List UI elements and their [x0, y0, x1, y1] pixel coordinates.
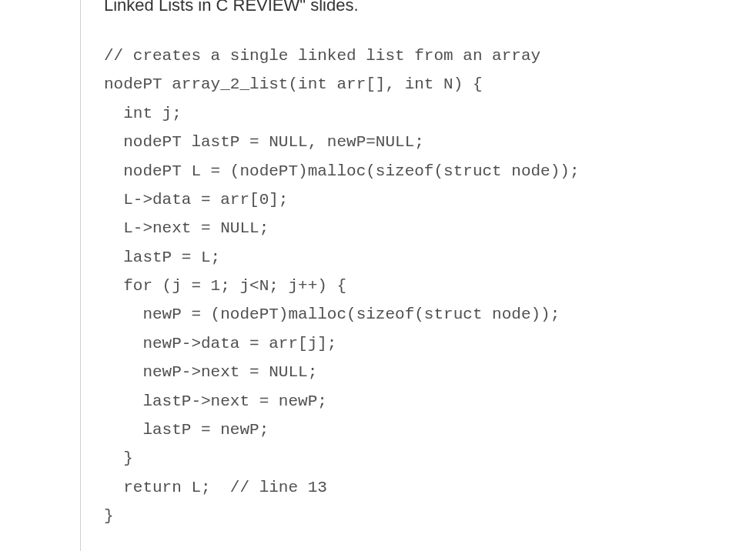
code-line: lastP = L; — [104, 249, 220, 266]
code-line: L->next = NULL; — [104, 219, 269, 237]
code-line: nodePT lastP = NULL, newP=NULL; — [104, 133, 424, 151]
code-line: L->data = arr[0]; — [104, 191, 288, 209]
code-line: lastP = newP; — [104, 421, 269, 439]
left-margin — [0, 0, 81, 551]
code-block: // creates a single linked list from an … — [104, 42, 733, 530]
code-line: newP->next = NULL; — [104, 363, 317, 381]
code-line: newP->data = arr[j]; — [104, 335, 336, 352]
content-area: Linked Lists in C REVIEW" slides. // cre… — [81, 0, 756, 551]
code-line: nodePT array_2_list(int arr[], int N) { — [104, 75, 482, 93]
code-line: } — [104, 507, 114, 525]
code-line: lastP->next = newP; — [104, 392, 327, 410]
heading-text: Linked Lists in C REVIEW" slides. — [104, 0, 733, 14]
code-line: for (j = 1; j<N; j++) { — [104, 277, 346, 295]
code-line: return L; // line 13 — [104, 479, 327, 496]
page-container: Linked Lists in C REVIEW" slides. // cre… — [0, 0, 756, 551]
code-line: int j; — [104, 105, 182, 122]
code-line: newP = (nodePT)malloc(sizeof(struct node… — [104, 306, 560, 323]
code-line: nodePT L = (nodePT)malloc(sizeof(struct … — [104, 162, 580, 180]
code-line: } — [104, 449, 133, 467]
code-line: // creates a single linked list from an … — [104, 47, 540, 65]
